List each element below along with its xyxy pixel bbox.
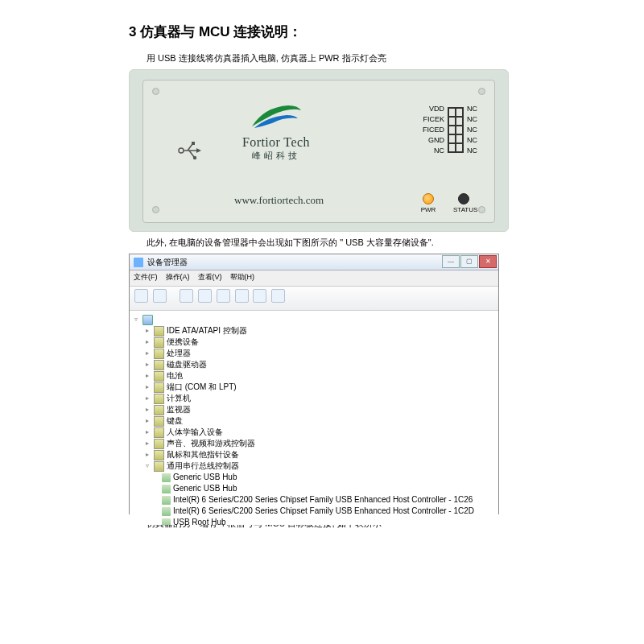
pwr-led: PWR	[418, 193, 439, 213]
tree-item[interactable]: ▸便携设备	[134, 336, 493, 348]
tree-subitem[interactable]: Intel(R) 6 Series/C200 Series Chipset Fa…	[134, 506, 493, 517]
tree-subitem[interactable]: Generic USB Hub	[134, 472, 493, 483]
tree-subitem[interactable]: Intel(R) 6 Series/C200 Series Chipset Fa…	[134, 494, 493, 506]
tree-item[interactable]: ▸磁盘驱动器	[134, 359, 493, 370]
tree-item[interactable]: ▿通用串行总线控制器	[134, 460, 493, 472]
svg-point-6	[193, 156, 196, 159]
minimize-button[interactable]: —	[442, 255, 460, 268]
tool-icon[interactable]	[180, 289, 193, 303]
status-led: STATUS	[453, 193, 474, 213]
tool-icon[interactable]	[217, 289, 230, 303]
device-tree[interactable]: ▿▸IDE ATA/ATAPI 控制器▸便携设备▸处理器▸磁盘驱动器▸电池▸端口…	[130, 311, 498, 525]
tree-item[interactable]: ▸声音、视频和游戏控制器	[134, 438, 493, 449]
tree-item[interactable]: ▸处理器	[134, 348, 493, 359]
menu-item[interactable]: 查看(V)	[198, 273, 222, 281]
svg-point-0	[179, 148, 184, 153]
brand-name-en: Fortior Tech	[242, 135, 310, 150]
tool-icon[interactable]	[235, 289, 249, 303]
menu-item[interactable]: 操作(A)	[166, 273, 190, 281]
tree-item[interactable]: ▸人体学输入设备	[134, 427, 493, 438]
tool-icon[interactable]	[271, 289, 285, 303]
tree-subitem[interactable]: USB Root Hub	[134, 517, 493, 525]
brand-name-cn: 峰岹科技	[242, 150, 310, 162]
toolbar[interactable]	[130, 287, 498, 311]
close-button[interactable]: ✕	[479, 255, 497, 268]
app-icon	[134, 258, 143, 267]
svg-line-3	[189, 151, 194, 157]
menu-bar[interactable]: 文件(F)操作(A)查看(V)帮助(H)	[130, 270, 498, 287]
tool-icon[interactable]	[253, 289, 266, 303]
tool-icon[interactable]	[198, 289, 212, 303]
svg-line-2	[188, 144, 192, 151]
pin-header: VDDFICEKFICEDGNDNC NCNCNCNCNC	[423, 104, 477, 156]
paragraph-2: 此外, 在电脑的设备管理器中会出现如下图所示的 " USB 大容量存储设备".	[129, 237, 515, 249]
back-icon[interactable]	[134, 289, 148, 303]
paragraph-1: 用 USB 连接线将仿真器插入电脑, 仿真器上 PWR 指示灯会亮	[129, 52, 515, 64]
tree-subitem[interactable]: Generic USB Hub	[134, 483, 493, 494]
tree-item[interactable]: ▸端口 (COM 和 LPT)	[134, 382, 493, 393]
emulator-photo: Fortior Tech 峰岹科技 www.fortiortech.com VD…	[129, 69, 509, 232]
window-titlebar: 设备管理器 — ▢ ✕	[130, 254, 498, 270]
tree-item[interactable]: ▸鼠标和其他指针设备	[134, 449, 493, 460]
tree-item[interactable]: ▸监视器	[134, 404, 493, 415]
brand-url: www.fortiortech.com	[234, 194, 324, 207]
tree-item[interactable]: ▸IDE ATA/ATAPI 控制器	[134, 325, 493, 336]
svg-rect-5	[192, 142, 195, 145]
section-heading: 3 仿真器与 MCU 连接说明：	[129, 23, 515, 41]
tree-item[interactable]: ▸计算机	[134, 393, 493, 404]
tree-root[interactable]: ▿	[134, 314, 493, 325]
usb-icon	[178, 136, 202, 170]
device-manager-window: 设备管理器 — ▢ ✕ 文件(F)操作(A)查看(V)帮助(H) ▿▸IDE A…	[129, 254, 499, 514]
menu-item[interactable]: 文件(F)	[134, 273, 158, 281]
fortior-logo-icon	[248, 99, 304, 131]
maximize-button[interactable]: ▢	[460, 255, 478, 268]
menu-item[interactable]: 帮助(H)	[230, 273, 255, 281]
window-title: 设备管理器	[147, 257, 188, 268]
svg-marker-4	[196, 148, 201, 153]
tree-item[interactable]: ▸电池	[134, 370, 493, 382]
tree-item[interactable]: ▸键盘	[134, 415, 493, 427]
fwd-icon[interactable]	[153, 289, 167, 303]
